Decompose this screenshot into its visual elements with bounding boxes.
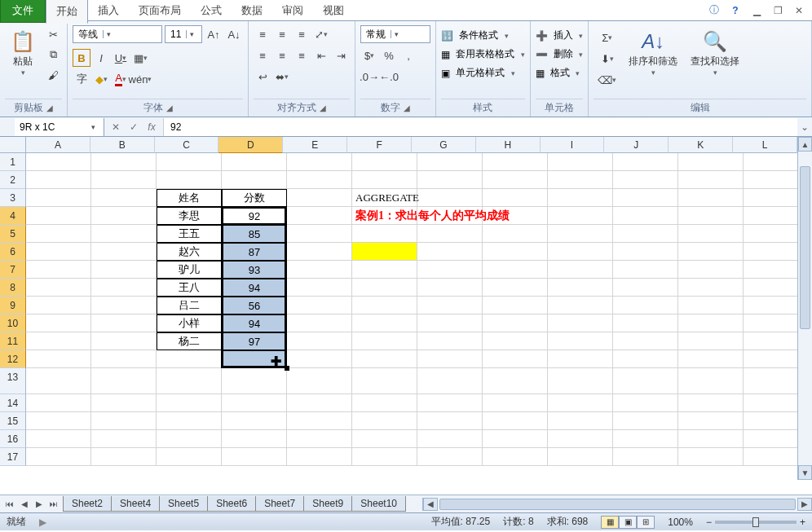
cell-A17[interactable] [26,448,91,466]
cell-B9[interactable] [91,297,157,314]
col-header-E[interactable]: E [283,137,347,153]
decrease-font-button[interactable]: A↓ [225,25,243,43]
cell-K5[interactable] [678,225,744,243]
cell-G2[interactable] [417,171,483,189]
format-painter-button[interactable]: 🖌 [44,66,62,84]
cell-D4[interactable]: 92 [222,207,287,225]
window-min-icon[interactable]: ▁ [750,4,763,17]
cell-G16[interactable] [417,430,483,448]
cell-J4[interactable] [613,207,678,225]
merge-button[interactable]: ⬌▾ [273,68,291,86]
cell-F13[interactable] [352,368,417,394]
cell-K16[interactable] [678,430,744,448]
row-header-5[interactable]: 5 [0,225,26,243]
font-name-combo[interactable]: 等线▾ [73,25,162,43]
font-color-button[interactable]: A▾ [112,70,130,88]
comma-button[interactable]: , [399,46,417,64]
cell-H7[interactable] [483,261,548,279]
fill-button[interactable]: ⬇▾ [594,50,620,68]
window-restore-icon[interactable]: ❐ [771,4,784,17]
table-format-button[interactable]: ▦ 套用表格格式 ▾ [441,47,525,61]
tab-formula[interactable]: 公式 [191,0,232,22]
cell-I9[interactable] [548,297,613,314]
cell-G15[interactable] [417,412,483,430]
sheet-tab-Sheet6[interactable]: Sheet6 [207,496,256,512]
row-header-11[interactable]: 11 [0,332,26,350]
cell-I11[interactable] [548,332,613,350]
enter-formula-icon[interactable]: ✓ [126,121,142,133]
align-left-button[interactable]: ≡ [254,46,271,64]
cell-C16[interactable] [157,430,222,448]
cell-J15[interactable] [613,412,678,430]
cell-C17[interactable] [157,448,222,466]
cell-C11[interactable]: 杨二 [157,332,222,350]
cell-A10[interactable] [26,314,91,332]
sheet-tab-Sheet7[interactable]: Sheet7 [255,496,304,512]
cell-F6[interactable] [352,243,417,261]
view-normal-button[interactable]: ▦ [601,516,619,529]
col-header-C[interactable]: C [155,137,219,153]
cell-E14[interactable] [287,394,352,412]
cell-J14[interactable] [613,394,678,412]
cell-F10[interactable] [352,314,417,332]
cell-H12[interactable] [483,350,548,368]
cell-K17[interactable] [678,448,744,466]
cell-K1[interactable] [678,153,744,171]
cell-D15[interactable] [222,412,287,430]
align-center-button[interactable]: ≡ [273,46,291,64]
cell-I12[interactable] [548,350,613,368]
align-right-button[interactable]: ≡ [293,46,311,64]
inc-decimal-button[interactable]: .0→ [360,68,378,86]
row-header-8[interactable]: 8 [0,279,26,297]
vertical-scrollbar[interactable]: ▲ ▼ [797,137,812,480]
cell-J2[interactable] [613,171,678,189]
sheet-tab-Sheet2[interactable]: Sheet2 [63,496,112,512]
cell-D13[interactable] [222,368,287,394]
number-launcher[interactable]: ◢ [404,103,410,112]
currency-button[interactable]: $▾ [360,46,378,64]
cell-B15[interactable] [91,412,157,430]
font-launcher[interactable]: ◢ [166,103,173,112]
sheet-tab-Sheet10[interactable]: Sheet10 [351,496,406,512]
cell-K3[interactable] [678,189,744,207]
cell-J7[interactable] [613,261,678,279]
cell-A5[interactable] [26,225,91,243]
cell-H11[interactable] [483,332,548,350]
cell-B1[interactable] [91,153,157,171]
cell-G8[interactable] [417,279,483,297]
cell-D10[interactable]: 94 [222,314,287,332]
cell-J1[interactable] [613,153,678,171]
cell-J10[interactable] [613,314,678,332]
cell-K10[interactable] [678,314,744,332]
row-header-3[interactable]: 3 [0,189,26,207]
expand-fbar-icon[interactable]: ⌄ [797,121,812,133]
cell-J12[interactable] [613,350,678,368]
cell-A6[interactable] [26,243,91,261]
paste-button[interactable]: 📋 粘贴 ▾ [5,25,41,80]
sheet-tab-Sheet9[interactable]: Sheet9 [303,496,352,512]
col-header-H[interactable]: H [476,137,541,153]
phonetic-button[interactable]: wén▾ [131,70,149,88]
cell-A16[interactable] [26,430,91,448]
tab-home[interactable]: 开始 [46,0,88,24]
cell-B4[interactable] [91,207,157,225]
cell-F3[interactable]: AGGREGATE [352,189,417,207]
cell-A7[interactable] [26,261,91,279]
cell-A12[interactable] [26,350,91,368]
cell-I6[interactable] [548,243,613,261]
cond-format-button[interactable]: 🔢 条件格式 ▾ [441,29,525,42]
fill-color-button[interactable]: ◆▾ [92,70,110,88]
cell-E2[interactable] [287,171,352,189]
dec-decimal-button[interactable]: ←.0 [380,68,398,86]
border-button[interactable]: ▦▾ [131,49,149,67]
cell-K13[interactable] [678,368,744,394]
cell-J6[interactable] [613,243,678,261]
cell-C15[interactable] [157,412,222,430]
cell-I16[interactable] [548,430,613,448]
wrap-text-button[interactable]: ↩ [254,68,271,86]
col-header-K[interactable]: K [669,137,733,153]
orientation-button[interactable]: ⤢▾ [312,25,330,43]
col-header-D[interactable]: D [218,137,283,153]
cell-G17[interactable] [417,448,483,466]
cell-K7[interactable] [678,261,744,279]
